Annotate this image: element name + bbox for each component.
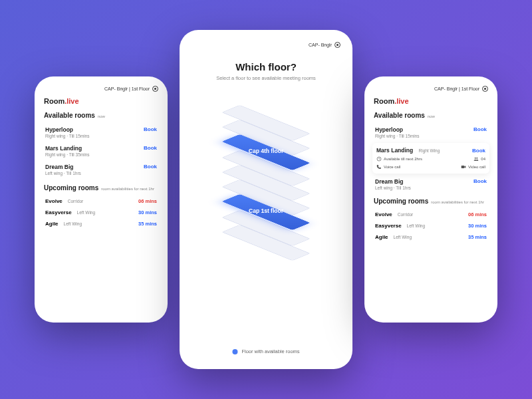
room-row[interactable]: Hyperloop Right wing · Till 15mins Book (44, 123, 158, 142)
legend-text: Floor with available rooms (241, 348, 299, 354)
room-meta: Left wing · Till 1hrs (45, 171, 81, 176)
upcoming-time: 30 mins (138, 209, 157, 215)
room-name: Hyperloop (375, 126, 419, 133)
room-row[interactable]: Mars Landing Right wing · Till 35mins Bo… (44, 142, 158, 160)
capacity-item: 04 (473, 156, 485, 162)
target-icon (482, 86, 488, 92)
availability-text: Available till next 2hrs (384, 157, 422, 161)
upcoming-time: 35 mins (138, 221, 157, 227)
upcoming-time: 06 mins (138, 198, 157, 204)
book-button[interactable]: Book (473, 178, 487, 184)
upcoming-row[interactable]: AgileLeft Wing 35 mins (44, 218, 158, 229)
phone-screen-left: CAP- Bnglr | 1st Floor Room.live Availab… (35, 76, 168, 323)
room-meta: Right wing · Till 35mins (45, 152, 89, 157)
upcoming-row[interactable]: EvolveCorridor 06 mins (374, 209, 488, 220)
capacity-text: 04 (481, 157, 485, 161)
phone-screen-right: CAP- Bnglr | 1st Floor Room.live Availab… (364, 76, 497, 323)
target-icon (152, 86, 158, 92)
clock-icon (376, 156, 382, 162)
brand-live: .live (65, 97, 78, 105)
upcoming-name: Easyverse (375, 223, 402, 229)
upcoming-loc: Left Wing (407, 223, 425, 228)
location-text: CAP- Bnglr | 1st Floor (104, 86, 150, 91)
room-name: Dream Big (375, 178, 411, 185)
book-button[interactable]: Book (144, 164, 157, 170)
room-name: Mars Landing (45, 145, 89, 152)
upcoming-name: Agile (375, 234, 388, 240)
voice-call-text: Voice call (384, 165, 400, 169)
video-call-text: Video call (468, 165, 485, 169)
target-icon (334, 42, 340, 48)
section-subtitle-text: now (98, 114, 105, 118)
upcoming-time: 35 mins (468, 234, 487, 240)
upcoming-rooms-heading: Upcoming rooms room availabilities for n… (374, 198, 488, 205)
floor-stack: Cap 4th floor Cap 1st floor (192, 90, 340, 263)
location-text: CAP- Bnglr (309, 43, 332, 47)
book-button[interactable]: Book (144, 126, 157, 132)
phone-screen-center: CAP- Bnglr Which floor? Select a floor t… (180, 30, 352, 369)
svg-point-2 (477, 158, 478, 159)
book-button[interactable]: Book (472, 148, 485, 154)
location-bar[interactable]: CAP- Bnglr (192, 42, 340, 48)
upcoming-loc: Left Wing (394, 235, 412, 239)
room-meta: Right wing · Till 15mins (45, 134, 89, 138)
upcoming-loc: Left Wing (77, 210, 95, 215)
upcoming-loc: Left Wing (64, 221, 82, 226)
book-button[interactable]: Book (144, 145, 157, 151)
legend: Floor with available rooms (232, 348, 299, 354)
available-rooms-heading: Available rooms now (374, 112, 488, 119)
upcoming-row[interactable]: EvolveCorridor 06 mins (44, 196, 158, 207)
room-name: Dream Big (45, 164, 81, 170)
upcoming-loc: Corridor (398, 212, 413, 217)
svg-point-1 (475, 158, 476, 159)
book-button[interactable]: Book (473, 126, 487, 132)
room-row-expanded[interactable]: Mars Landing Right Wing Book Available t… (372, 143, 489, 174)
page-subtitle: Select a floor to see available meeting … (192, 75, 340, 81)
available-rooms-heading: Available rooms now (44, 112, 158, 119)
brand-logo: Room.live (374, 97, 488, 105)
section-title-text: Upcoming rooms (44, 184, 98, 192)
availability-item: Available till next 2hrs (376, 156, 422, 162)
room-row[interactable]: Hyperloop Right wing · Till 15mins Book (374, 123, 488, 142)
section-title-text: Upcoming rooms (374, 198, 428, 205)
upcoming-time: 06 mins (468, 211, 487, 217)
voice-call-item[interactable]: Voice call (376, 164, 400, 170)
section-subtitle-text: room availabilities for next 1hr (431, 200, 484, 204)
upcoming-row[interactable]: AgileLeft Wing 35 mins (374, 231, 488, 243)
room-meta: Right wing · Till 15mins (375, 134, 419, 138)
phone-icon (376, 164, 382, 170)
room-meta: Left wing · Till 1hrs (375, 186, 411, 190)
brand-room: Room (44, 97, 65, 105)
section-subtitle-text: now (428, 114, 435, 118)
upcoming-name: Easyverse (45, 209, 72, 215)
upcoming-row[interactable]: EasyverseLeft Wing 30 mins (44, 207, 158, 218)
brand-logo: Room.live (44, 97, 158, 105)
upcoming-name: Agile (45, 221, 59, 227)
room-name: Mars Landing (376, 147, 413, 154)
location-bar[interactable]: CAP- Bnglr | 1st Floor (374, 86, 488, 92)
brand-room: Room (374, 97, 394, 105)
room-wing: Right Wing (419, 148, 440, 153)
people-icon (473, 156, 479, 162)
upcoming-rooms-heading: Upcoming rooms room availabilities for n… (44, 184, 158, 192)
brand-live: .live (394, 97, 408, 105)
upcoming-row[interactable]: EasyverseLeft Wing 30 mins (374, 220, 488, 231)
room-row[interactable]: Dream Big Left wing · Till 1hrs Book (44, 160, 158, 179)
section-subtitle-text: room availabilities for next 1hr (101, 187, 154, 191)
room-name: Hyperloop (45, 126, 89, 133)
section-title-text: Available rooms (374, 112, 425, 119)
video-call-item[interactable]: Video call (461, 164, 485, 170)
svg-rect-3 (462, 166, 465, 168)
floor-picker-heading: Which floor? Select a floor to see avail… (192, 61, 340, 81)
page-title: Which floor? (192, 61, 340, 72)
room-row[interactable]: Dream Big Left wing · Till 1hrs Book (374, 175, 488, 194)
location-text: CAP- Bnglr | 1st Floor (434, 86, 479, 91)
location-bar[interactable]: CAP- Bnglr | 1st Floor (44, 86, 158, 92)
legend-dot-icon (232, 349, 237, 354)
video-icon (461, 164, 466, 170)
upcoming-loc: Corridor (68, 199, 83, 203)
upcoming-name: Evolve (45, 198, 63, 204)
upcoming-time: 30 mins (468, 223, 487, 229)
upcoming-name: Evolve (375, 211, 392, 217)
section-title-text: Available rooms (44, 112, 95, 119)
